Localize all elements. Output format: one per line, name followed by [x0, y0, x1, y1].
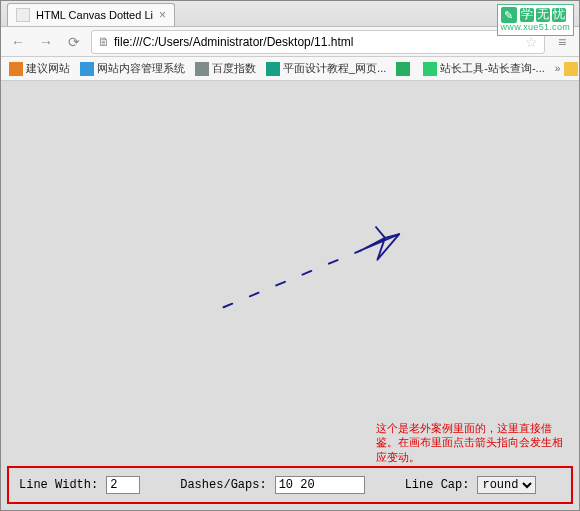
line-width-label: Line Width:: [19, 478, 98, 492]
address-input[interactable]: 🗎 file:///C:/Users/Administrator/Desktop…: [91, 30, 545, 54]
reload-icon: ⟳: [68, 34, 80, 50]
overflow-icon[interactable]: »: [555, 63, 561, 74]
back-icon: ←: [11, 34, 25, 50]
file-icon: 🗎: [98, 35, 110, 49]
canvas-area[interactable]: [4, 84, 576, 445]
line-width-input[interactable]: [106, 476, 140, 494]
bookmark-item[interactable]: 网站内容管理系统: [80, 61, 185, 76]
bookmark-item[interactable]: 建议网站: [9, 61, 70, 76]
canvas-svg: [4, 84, 576, 445]
bookmark-icon: [80, 62, 94, 76]
bookmark-item[interactable]: 站长工具-站长查询-...: [423, 61, 545, 76]
page-icon: [16, 8, 30, 22]
menu-icon: ≡: [558, 34, 566, 50]
tab-title: HTML Canvas Dotted Li: [36, 9, 153, 21]
other-bookmarks[interactable]: 其他书签: [564, 61, 579, 76]
line-cap-label: Line Cap:: [405, 478, 470, 492]
address-text: file:///C:/Users/Administrator/Desktop/1…: [114, 35, 353, 49]
watermark-url: www.xue51.com: [501, 23, 570, 33]
bookmark-bar: 建议网站 网站内容管理系统 百度指数 平面设计教程_网页... 站长工具-站长查…: [1, 57, 579, 81]
dashes-gaps-input[interactable]: [275, 476, 365, 494]
dashed-line: [224, 250, 362, 307]
forward-button[interactable]: →: [35, 31, 57, 53]
reload-button[interactable]: ⟳: [63, 31, 85, 53]
forward-icon: →: [39, 34, 53, 50]
control-panel: Line Width: Dashes/Gaps: Line Cap: round: [7, 466, 573, 504]
watermark-icon: ✎: [501, 7, 517, 23]
line-cap-select[interactable]: round: [477, 476, 536, 494]
bookmark-item[interactable]: 百度指数: [195, 61, 256, 76]
address-bar: ← → ⟳ 🗎 file:///C:/Users/Administrator/D…: [1, 27, 579, 57]
bookmark-icon: [9, 62, 23, 76]
watermark: ✎ 学无忧 www.xue51.com: [497, 4, 574, 36]
tab-active[interactable]: HTML Canvas Dotted Li ×: [7, 3, 175, 26]
arrow-head: [361, 234, 399, 260]
dashes-gaps-label: Dashes/Gaps:: [180, 478, 266, 492]
bookmark-item[interactable]: [396, 62, 413, 76]
page-content: 这个是老外案例里面的，这里直接借鉴。在画布里面点击箭头指向会发生相应变动。 Li…: [1, 81, 579, 510]
browser-window: HTML Canvas Dotted Li × ← → ⟳ 🗎 file:///…: [0, 0, 580, 511]
bookmark-icon: [396, 62, 410, 76]
back-button[interactable]: ←: [7, 31, 29, 53]
close-icon[interactable]: ×: [159, 9, 166, 21]
bookmark-icon: [195, 62, 209, 76]
folder-icon: [564, 62, 578, 76]
bookmark-icon: [266, 62, 280, 76]
bookmark-icon: [423, 62, 437, 76]
bookmark-item[interactable]: 平面设计教程_网页...: [266, 61, 386, 76]
annotation-text: 这个是老外案例里面的，这里直接借鉴。在画布里面点击箭头指向会发生相应变动。: [376, 421, 571, 464]
tab-bar: HTML Canvas Dotted Li ×: [1, 1, 579, 27]
star-icon[interactable]: ☆: [525, 34, 538, 50]
